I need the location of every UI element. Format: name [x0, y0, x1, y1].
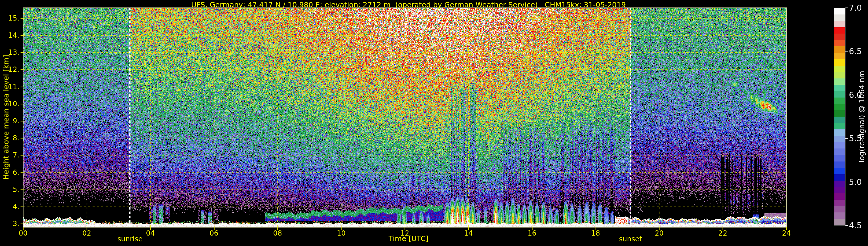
x-tick-label: 12: [400, 229, 409, 237]
x-tick-label: 16: [527, 229, 536, 237]
colorbar-label: log(rc-signal) @ 1064 nm: [858, 71, 866, 163]
colorbar-step: [834, 53, 845, 59]
colorbar-step: [834, 91, 845, 97]
x-tick-label: 00: [19, 229, 28, 237]
colorbar-step: [834, 79, 845, 85]
colorbar-step: [834, 206, 845, 212]
y-tick-label: 3.: [13, 220, 20, 228]
colorbar-step: [834, 46, 845, 53]
colorbar-step: [834, 110, 845, 117]
colorbar-step: [834, 40, 845, 46]
x-tick-label: 04: [146, 229, 155, 237]
colorbar-step: [834, 21, 845, 27]
sunrise-label: sunrise: [118, 235, 143, 243]
colorbar-step: [834, 181, 845, 187]
colorbar-step: [834, 97, 845, 104]
colorbar-step: [834, 123, 845, 129]
colorbar-step: [834, 219, 845, 225]
page-title: UFS, Germany; 47.417 N / 10.980 E; eleva…: [191, 1, 626, 9]
colorbar-step: [834, 212, 845, 219]
colorbar-tick-mark: [845, 7, 848, 8]
y-tick-label: 4.: [13, 203, 20, 211]
x-tick-label: 18: [591, 229, 600, 237]
x-tick-label: 08: [273, 229, 282, 237]
colorbar-step: [834, 161, 845, 168]
x-tick-label: 02: [83, 229, 91, 237]
y-tick-label: 8.: [13, 134, 20, 142]
y-tick-label: 7.: [13, 151, 20, 159]
colorbar-tick-mark: [845, 182, 848, 182]
x-tick-label: 20: [655, 229, 664, 237]
x-tick-label: 10: [337, 229, 346, 237]
colorbar-step: [834, 142, 845, 149]
colorbar-step: [834, 85, 845, 91]
lidar-plot-canvas: [0, 0, 868, 246]
y-tick-label: 14.: [8, 31, 20, 39]
colorbar-step: [834, 14, 845, 21]
colorbar-tick-label: 6.5: [849, 47, 862, 56]
colorbar-step: [834, 149, 845, 155]
x-tick-label: 06: [210, 229, 218, 237]
colorbar-step: [834, 8, 845, 14]
y-tick-label: 12.: [8, 65, 20, 73]
y-tick-label: 10.: [8, 100, 20, 108]
sunset-label: sunset: [619, 235, 642, 243]
colorbar-tick-mark: [845, 225, 848, 226]
colorbar-tick-label: 4.5: [849, 221, 862, 230]
colorbar-step: [834, 174, 845, 181]
lidar-quicklook-page: UFS, Germany; 47.417 N / 10.980 E; eleva…: [0, 0, 868, 246]
colorbar-tick-mark: [845, 95, 848, 95]
colorbar-step: [834, 117, 845, 123]
y-tick-label: 5.: [13, 186, 20, 194]
x-tick-label: 14: [464, 229, 473, 237]
y-tick-label: 15.: [8, 14, 20, 22]
colorbar-step: [834, 27, 845, 34]
colorbar-step: [834, 66, 845, 72]
colorbar-tick-mark: [845, 138, 848, 139]
colorbar-step: [834, 59, 845, 66]
colorbar-step: [834, 72, 845, 79]
y-tick-label: 9.: [13, 117, 20, 125]
colorbar-step: [834, 34, 845, 40]
colorbar-tick-label: 7.0: [849, 3, 862, 13]
colorbar-step: [834, 129, 845, 136]
colorbar-step: [834, 104, 845, 110]
colorbar-step: [834, 187, 845, 193]
colorbar-step: [834, 168, 845, 174]
y-tick-label: 6.: [13, 168, 20, 177]
y-tick-label: 11.: [8, 83, 20, 91]
x-tick-label: 24: [782, 229, 791, 237]
colorbar-step: [834, 155, 845, 161]
colorbar: [834, 8, 845, 225]
colorbar-step: [834, 193, 845, 200]
colorbar-tick-mark: [845, 51, 848, 52]
colorbar-step: [834, 136, 845, 142]
x-tick-label: 22: [718, 229, 727, 237]
colorbar-tick-label: 5.0: [849, 177, 862, 187]
colorbar-step: [834, 200, 845, 206]
y-tick-label: 13.: [8, 48, 20, 56]
